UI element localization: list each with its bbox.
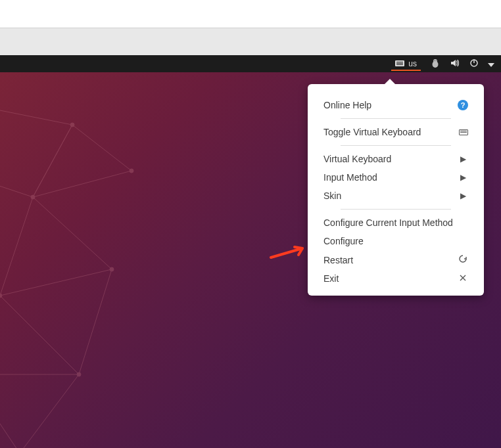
menu-label: Skin	[323, 190, 341, 201]
restart-icon	[458, 254, 468, 265]
menu-label: Online Help	[323, 100, 371, 110]
menu-input-method[interactable]: Input Method ▶	[308, 168, 484, 187]
svg-point-9	[110, 267, 114, 271]
svg-point-2	[434, 60, 435, 60]
submenu-arrow-icon: ▶	[458, 173, 468, 182]
close-icon	[458, 274, 468, 284]
menu-toggle-virtual-keyboard[interactable]: Toggle Virtual Keyboard	[308, 123, 484, 141]
wallpaper-wireframe	[0, 99, 243, 448]
menu-separator	[341, 209, 451, 210]
submenu-arrow-icon: ▶	[458, 191, 468, 200]
svg-point-7	[31, 195, 35, 199]
menu-label: Virtual Keyboard	[323, 154, 391, 164]
menu-label: Exit	[323, 273, 339, 284]
menu-restart[interactable]: Restart	[308, 250, 484, 269]
svg-point-6	[70, 123, 74, 127]
desktop-wallpaper: Online Help ? Toggle Virtual Keyboard Vi…	[0, 72, 501, 448]
fcitx-tray-menu: Online Help ? Toggle Virtual Keyboard Vi…	[308, 84, 484, 296]
menu-label: Toggle Virtual Keyboard	[323, 127, 421, 137]
gnome-topbar: us	[0, 55, 501, 72]
menu-configure[interactable]: Configure	[308, 232, 484, 250]
menu-virtual-keyboard[interactable]: Virtual Keyboard ▶	[308, 150, 484, 168]
menu-configure-current-im[interactable]: Configure Current Input Method	[308, 213, 484, 232]
ime-indicator-label: us	[408, 59, 417, 68]
keyboard-icon	[395, 60, 404, 66]
system-menu-arrow-icon[interactable]	[488, 59, 494, 68]
menu-label: Configure	[323, 236, 364, 246]
svg-point-10	[0, 294, 2, 298]
menu-label: Input Method	[323, 172, 377, 183]
svg-point-1	[433, 59, 437, 63]
power-icon[interactable]	[469, 58, 479, 69]
volume-icon[interactable]	[450, 58, 460, 70]
browser-chrome-tabbar	[0, 28, 501, 55]
annotation-arrow-configure	[270, 244, 309, 261]
svg-point-11	[77, 372, 81, 376]
svg-point-3	[436, 60, 437, 60]
menu-label: Configure Current Input Method	[323, 217, 453, 228]
ime-indicator[interactable]: us	[391, 57, 421, 71]
menu-online-help[interactable]: Online Help ?	[308, 96, 484, 114]
keyboard-icon	[459, 129, 468, 135]
submenu-arrow-icon: ▶	[458, 154, 468, 164]
menu-separator	[341, 118, 451, 119]
menu-separator	[341, 145, 451, 146]
help-icon: ?	[458, 100, 468, 110]
menu-skin[interactable]: Skin ▶	[308, 187, 484, 205]
fcitx-penguin-icon[interactable]	[430, 58, 441, 70]
browser-chrome-top	[0, 0, 501, 28]
menu-label: Restart	[323, 255, 353, 265]
menu-exit[interactable]: Exit	[308, 269, 484, 288]
svg-point-8	[130, 169, 133, 173]
annotation-arrow-top	[352, 72, 379, 74]
